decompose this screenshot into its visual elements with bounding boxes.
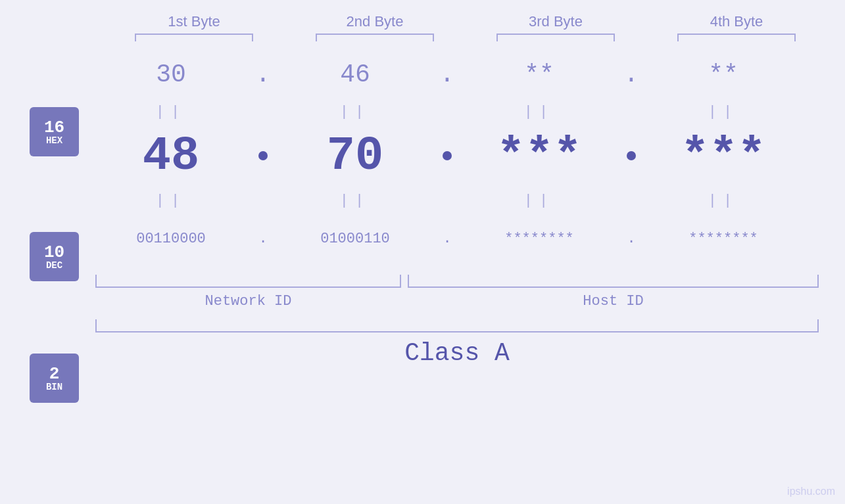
hex-badge: 16 HEX — [30, 107, 79, 156]
host-bracket — [408, 275, 819, 288]
watermark: ipshu.com — [787, 486, 835, 497]
bin-row: 00110000 . 01000110 . ******** . *******… — [95, 212, 819, 265]
eq2-byte1: || — [95, 193, 247, 209]
bin-dot2: . — [431, 231, 464, 247]
hex-dot2: . — [431, 60, 464, 89]
class-container: Class A — [95, 319, 819, 367]
eq2-byte3: || — [464, 193, 615, 209]
byte-headers: 1st Byte 2nd Byte 3rd Byte 4th Byte — [104, 13, 827, 30]
bracket-byte4 — [677, 34, 796, 41]
main-container: 1st Byte 2nd Byte 3rd Byte 4th Byte 16 H… — [0, 0, 845, 504]
hex-dot1: . — [247, 60, 279, 89]
class-bracket — [95, 319, 819, 332]
id-labels: Network ID Host ID — [95, 293, 819, 309]
bin-byte1: 00110000 — [95, 231, 247, 247]
dec-byte3: *** — [464, 129, 615, 183]
dec-byte1: 48 — [95, 129, 247, 183]
eq1-byte1: || — [95, 104, 247, 120]
bottom-brackets — [95, 268, 819, 288]
bin-badge: 2 BIN — [30, 354, 79, 403]
hex-row: 30 . 46 . ** . ** — [95, 48, 819, 101]
bottom-section: Network ID Host ID — [95, 268, 819, 309]
hex-byte3: ** — [464, 60, 615, 89]
byte3-header: 3rd Byte — [490, 13, 621, 30]
hex-dot3: . — [615, 60, 648, 89]
hex-number: 16 — [44, 119, 64, 136]
bin-label: BIN — [46, 382, 62, 392]
dec-dot1 — [247, 149, 279, 164]
byte4-header: 4th Byte — [671, 13, 802, 30]
dec-dot3 — [615, 149, 648, 164]
eq1-byte2: || — [279, 104, 431, 120]
dec-byte2: 70 — [279, 129, 431, 183]
dec-dot2 — [431, 149, 464, 164]
bin-number: 2 — [49, 365, 60, 382]
dec-badge: 10 DEC — [30, 232, 79, 281]
bracket-byte2 — [316, 34, 434, 41]
dec-number: 10 — [44, 244, 64, 261]
host-id-label: Host ID — [408, 293, 819, 309]
byte2-header: 2nd Byte — [309, 13, 441, 30]
bin-dot1: . — [247, 231, 279, 247]
eq1-byte4: || — [648, 104, 799, 120]
bracket-byte1 — [135, 34, 253, 41]
bin-dot3: . — [615, 231, 648, 247]
bin-byte3: ******** — [464, 231, 615, 247]
eq2-byte4: || — [648, 193, 799, 209]
dec-row: 48 70 *** *** — [95, 124, 819, 189]
hex-label: HEX — [46, 136, 62, 145]
hex-byte4: ** — [648, 60, 799, 89]
equals-row-1: || || || || — [95, 101, 819, 124]
rows-area: 30 . 46 . ** . ** || || || || 48 — [95, 48, 819, 309]
bracket-byte3 — [496, 34, 615, 41]
byte1-header: 1st Byte — [128, 13, 260, 30]
eq2-byte2: || — [279, 193, 431, 209]
hex-byte2: 46 — [279, 60, 431, 89]
dec-label: DEC — [46, 261, 62, 270]
top-brackets — [104, 34, 827, 41]
network-bracket — [95, 275, 401, 288]
network-id-label: Network ID — [95, 293, 401, 309]
bin-byte2: 01000110 — [279, 231, 431, 247]
eq1-byte3: || — [464, 104, 615, 120]
class-label: Class A — [95, 339, 819, 367]
equals-row-2: || || || || — [95, 189, 819, 212]
bin-byte4: ******** — [648, 231, 799, 247]
hex-byte1: 30 — [95, 60, 247, 89]
dec-byte4: *** — [648, 129, 799, 183]
